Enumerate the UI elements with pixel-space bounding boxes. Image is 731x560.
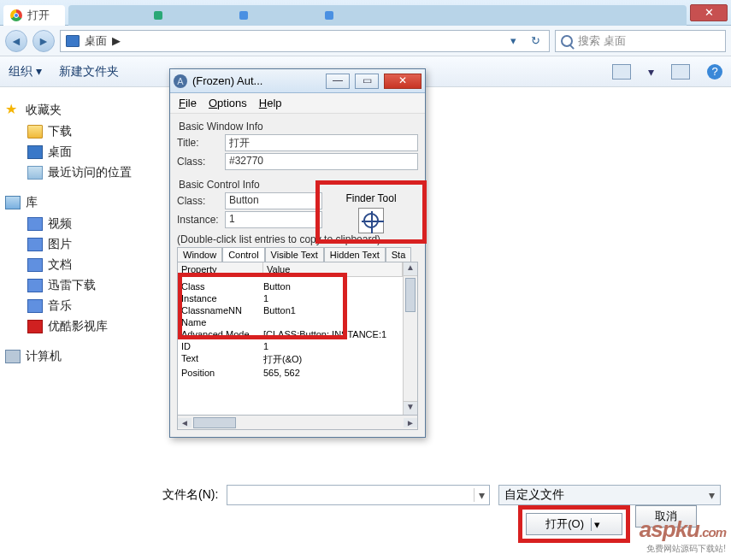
view-options-icon[interactable]	[612, 64, 631, 80]
star-icon: ★	[5, 103, 21, 117]
search-icon	[561, 35, 573, 47]
tree-libraries[interactable]: 库	[5, 195, 164, 210]
tree-desktop[interactable]: 桌面	[5, 142, 164, 162]
title-value[interactable]: 打开	[225, 134, 418, 151]
dropdown-icon[interactable]: ▾	[474, 488, 489, 502]
info-tabs: Window Control Visible Text Hidden Text …	[177, 247, 418, 262]
vertical-scrollbar[interactable]: ▲ ▼	[403, 262, 417, 415]
tree-youku[interactable]: 优酷影视库	[5, 316, 164, 337]
ctrl-class-value[interactable]: Button	[225, 192, 322, 209]
computer-icon	[5, 350, 21, 363]
autoit-body: Basic Window Info Title:打开 Class:#32770 …	[170, 114, 425, 437]
tab-visible-text[interactable]: Visible Text	[265, 247, 324, 262]
refresh-icon[interactable]: ↻	[527, 32, 544, 50]
class-label: Class:	[177, 156, 221, 168]
filetype-combo[interactable]: 自定义文件▾	[498, 485, 721, 505]
menu-file[interactable]: File	[179, 97, 197, 109]
document-icon	[27, 258, 43, 272]
filename-label: 文件名(N):	[162, 487, 218, 503]
scroll-down-icon[interactable]: ▼	[404, 401, 417, 415]
browser-tab[interactable]: 打开	[3, 5, 65, 26]
browser-titlebar: 打开 ✕	[0, 0, 731, 26]
video-icon	[27, 217, 43, 231]
tree-pictures[interactable]: 图片	[5, 234, 164, 255]
highlight-list	[178, 273, 347, 339]
nav-back-button[interactable]: ◄	[5, 30, 27, 52]
tree-videos[interactable]: 视频	[5, 214, 164, 234]
list-row[interactable]: ID1	[178, 340, 403, 352]
library-icon	[5, 196, 21, 209]
finder-tool[interactable]	[358, 208, 384, 233]
tab-title: 打开	[27, 8, 50, 23]
tab-hidden-text[interactable]: Hidden Text	[324, 247, 386, 262]
tree-documents[interactable]: 文档	[5, 255, 164, 275]
close-button[interactable]: ✕	[384, 74, 422, 89]
help-icon[interactable]: ?	[707, 64, 722, 80]
prop-name: Text	[178, 353, 263, 366]
scroll-left-icon[interactable]: ◄	[178, 418, 192, 427]
tree-downloads[interactable]: 下载	[5, 121, 164, 142]
tab-sta[interactable]: Sta	[386, 247, 412, 262]
class-value[interactable]: #32770	[225, 153, 418, 170]
address-bar[interactable]: 桌面 ▶ ▾ ↻	[60, 30, 550, 52]
basic-window-label: Basic Window Info	[179, 121, 418, 133]
nav-forward-button[interactable]: ►	[32, 30, 55, 52]
autoit-title: (Frozen) Aut...	[192, 74, 262, 87]
tab-favicon	[154, 11, 162, 20]
autoit-titlebar[interactable]: A (Frozen) Aut... — ▭ ✕	[170, 69, 425, 93]
horizontal-scrollbar[interactable]: ◄ ►	[177, 416, 418, 430]
scroll-thumb[interactable]	[193, 417, 236, 428]
tab-control[interactable]: Control	[222, 247, 264, 262]
title-label: Title:	[177, 137, 221, 149]
search-placeholder: 搜索 桌面	[578, 33, 626, 49]
organize-menu[interactable]: 组织 ▾	[9, 64, 42, 80]
tree-xunlei[interactable]: 迅雷下载	[5, 275, 164, 296]
ctrl-class-label: Class:	[177, 195, 221, 207]
minimize-button[interactable]: —	[326, 74, 350, 89]
address-dropdown-icon[interactable]: ▾	[504, 32, 522, 50]
menu-options[interactable]: Options	[209, 97, 247, 109]
dropdown-icon[interactable]: ▾	[709, 488, 715, 502]
tree-music[interactable]: 音乐	[5, 296, 164, 316]
open-button[interactable]: 打开(O)▾	[526, 513, 622, 535]
scroll-up-icon[interactable]: ▲	[404, 262, 417, 276]
split-dropdown-icon[interactable]: ▾	[591, 518, 603, 531]
autoit-icon: A	[174, 74, 187, 88]
prop-name: Position	[178, 368, 263, 378]
explorer-address-row: ◄ ► 桌面 ▶ ▾ ↻ 搜索 桌面	[0, 26, 731, 56]
prop-value: 1	[263, 341, 403, 351]
target-icon	[363, 213, 379, 228]
new-folder-button[interactable]: 新建文件夹	[59, 64, 119, 80]
property-list: Property Value ClassButtonInstance1Class…	[177, 262, 418, 416]
tree-favorites[interactable]: ★收藏夹	[5, 103, 164, 118]
menu-help[interactable]: Help	[259, 97, 282, 109]
filename-row: 文件名(N): ▾ 自定义文件▾	[162, 485, 721, 505]
xunlei-icon	[27, 279, 43, 292]
tree-computer[interactable]: 计算机	[5, 349, 164, 364]
search-box[interactable]: 搜索 桌面	[555, 30, 726, 52]
desktop-icon	[27, 145, 43, 159]
finder-label: Finder Tool	[322, 192, 420, 204]
youku-icon	[27, 320, 43, 333]
finder-area: Finder Tool	[322, 192, 420, 237]
maximize-button[interactable]: ▭	[355, 74, 379, 89]
filename-input[interactable]: ▾	[227, 485, 490, 505]
tab-window[interactable]: Window	[177, 247, 222, 262]
preview-pane-icon[interactable]	[671, 64, 690, 80]
autoit-menubar: File Options Help	[170, 93, 425, 114]
scroll-right-icon[interactable]: ►	[404, 418, 417, 427]
list-row[interactable]: Position565, 562	[178, 367, 403, 379]
recent-icon	[27, 166, 43, 180]
tab-favicon	[239, 11, 248, 20]
navigation-tree: ★收藏夹 下载 桌面 最近访问的位置 库 视频 图片 文档 迅雷下载 音乐 优酷…	[0, 87, 169, 475]
tree-recent[interactable]: 最近访问的位置	[5, 162, 164, 183]
list-row[interactable]: Text打开(&O)	[178, 352, 403, 367]
window-close-button[interactable]: ✕	[690, 4, 728, 21]
watermark: aspku.com 免费网站源码下载站!	[640, 516, 726, 555]
prop-value: 565, 562	[263, 368, 403, 378]
scroll-thumb[interactable]	[405, 278, 416, 312]
instance-value[interactable]: 1	[225, 211, 322, 228]
address-arrow: ▶	[112, 34, 121, 47]
chrome-icon	[10, 9, 22, 21]
picture-icon	[27, 238, 43, 251]
